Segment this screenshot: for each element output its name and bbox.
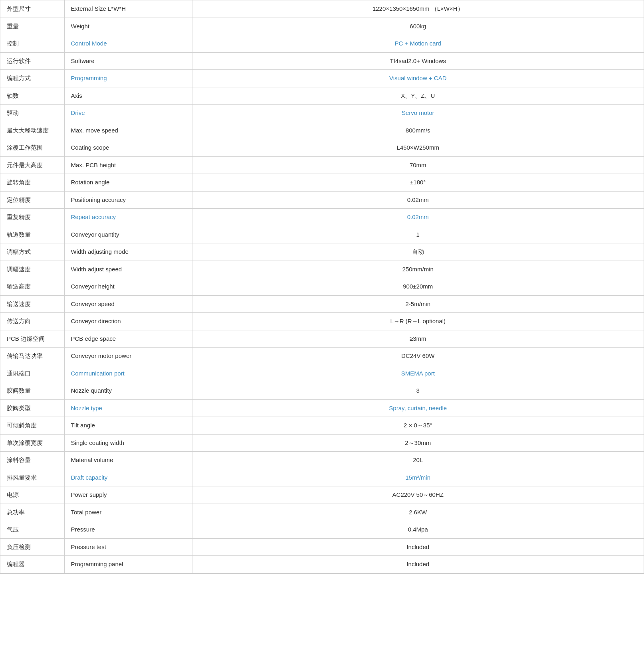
- cell-english: Axis: [64, 87, 192, 105]
- cell-english: Pressure test: [64, 538, 192, 556]
- cell-value: 2～30mm: [192, 434, 644, 452]
- cell-english: Width adjusting mode: [64, 243, 192, 261]
- table-row: 负压检测Pressure testIncluded: [0, 538, 644, 556]
- cell-value: L450×W250mm: [192, 139, 644, 157]
- table-row: 编程器Programming panelIncluded: [0, 556, 644, 573]
- table-row: 调幅速度Width adjust speed250mm/min: [0, 261, 644, 278]
- table-row: 重量Weight600kg: [0, 18, 644, 35]
- table-row: 电源Power supplyAC220V 50～60HZ: [0, 486, 644, 504]
- cell-english: Tilt angle: [64, 417, 192, 435]
- cell-english: Programming panel: [64, 556, 192, 573]
- table-row: 输送高度Conveyor height900±20mm: [0, 278, 644, 296]
- cell-value: 900±20mm: [192, 278, 644, 296]
- cell-value: 2 × 0～35°: [192, 417, 644, 435]
- cell-chinese: 最大大移动速度: [0, 122, 64, 139]
- cell-english: Power supply: [64, 486, 192, 504]
- table-row: 输送速度Conveyor speed2-5m/min: [0, 295, 644, 313]
- cell-chinese: 单次涂覆宽度: [0, 434, 64, 452]
- cell-chinese: 外型尺寸: [0, 0, 64, 18]
- cell-chinese: 定位精度: [0, 191, 64, 209]
- cell-value: 自动: [192, 243, 644, 261]
- cell-chinese: 编程器: [0, 556, 64, 573]
- cell-value: 0.02mm: [192, 209, 644, 226]
- table-row: 胶阀数量Nozzle quantity3: [0, 382, 644, 400]
- cell-chinese: 轴数: [0, 87, 64, 105]
- cell-value: 1220×1350×1650mm （L×W×H）: [192, 0, 644, 18]
- cell-value: 0.4Mpa: [192, 521, 644, 539]
- cell-chinese: 旋转角度: [0, 174, 64, 192]
- cell-chinese: 轨道数量: [0, 226, 64, 243]
- cell-value: ≥3mm: [192, 330, 644, 348]
- cell-english: Control Mode: [64, 35, 192, 53]
- table-row: 旋转角度Rotation angle±180°: [0, 174, 644, 192]
- cell-value: Visual window + CAD: [192, 70, 644, 87]
- cell-value: X、Y、Z、U: [192, 87, 644, 105]
- cell-english: Max. PCB height: [64, 156, 192, 174]
- table-row: 定位精度Positioning accuracy0.02mm: [0, 191, 644, 209]
- cell-value: DC24V 60W: [192, 348, 644, 365]
- table-row: 气压Pressure0.4Mpa: [0, 521, 644, 539]
- table-row: PCB 边缘空间PCB edge space≥3mm: [0, 330, 644, 348]
- cell-value: 70mm: [192, 156, 644, 174]
- cell-chinese: 通讯端口: [0, 365, 64, 382]
- cell-value: Servo motor: [192, 105, 644, 122]
- cell-chinese: 传输马达功率: [0, 348, 64, 365]
- cell-english: Max. move speed: [64, 122, 192, 139]
- cell-chinese: 排风量要求: [0, 469, 64, 486]
- cell-english: Pressure: [64, 521, 192, 539]
- cell-value: 15m³/min: [192, 469, 644, 486]
- cell-value: Spray, curtain, needle: [192, 399, 644, 417]
- cell-chinese: 气压: [0, 521, 64, 539]
- table-row: 通讯端口Communication portSMEMA port: [0, 365, 644, 382]
- cell-english: PCB edge space: [64, 330, 192, 348]
- cell-english: Conveyor direction: [64, 313, 192, 330]
- table-row: 总功率Total power2.6KW: [0, 504, 644, 521]
- cell-english: Material volume: [64, 452, 192, 469]
- table-row: 控制Control ModePC + Motion card: [0, 35, 644, 53]
- table-row: 外型尺寸External Size L*W*H1220×1350×1650mm …: [0, 0, 644, 18]
- cell-value: AC220V 50～60HZ: [192, 486, 644, 504]
- cell-english: Weight: [64, 18, 192, 35]
- cell-value: 2-5m/min: [192, 295, 644, 313]
- cell-chinese: 传送方向: [0, 313, 64, 330]
- cell-english: Conveyor quantity: [64, 226, 192, 243]
- cell-chinese: PCB 边缘空间: [0, 330, 64, 348]
- table-row: 传送方向Conveyor directionL→R (R→L optional): [0, 313, 644, 330]
- table-row: 运行软件SoftwareTf4sad2.0+ Windows: [0, 52, 644, 70]
- table-row: 轨道数量Conveyor quantity1: [0, 226, 644, 243]
- table-row: 涂料容量Material volume20L: [0, 452, 644, 469]
- specs-table: 外型尺寸External Size L*W*H1220×1350×1650mm …: [0, 0, 644, 573]
- specs-table-container: 外型尺寸External Size L*W*H1220×1350×1650mm …: [0, 0, 644, 574]
- table-row: 驱动DriveServo motor: [0, 105, 644, 122]
- cell-value: ±180°: [192, 174, 644, 192]
- cell-chinese: 调幅速度: [0, 261, 64, 278]
- cell-value: SMEMA port: [192, 365, 644, 382]
- cell-chinese: 可倾斜角度: [0, 417, 64, 435]
- table-row: 传输马达功率Conveyor motor powerDC24V 60W: [0, 348, 644, 365]
- cell-english: Nozzle quantity: [64, 382, 192, 400]
- table-row: 涂覆工作范围Coating scopeL450×W250mm: [0, 139, 644, 157]
- cell-english: Repeat accuracy: [64, 209, 192, 226]
- cell-value: Included: [192, 538, 644, 556]
- cell-chinese: 元件最大高度: [0, 156, 64, 174]
- cell-english: Conveyor motor power: [64, 348, 192, 365]
- cell-english: Width adjust speed: [64, 261, 192, 278]
- cell-english: Total power: [64, 504, 192, 521]
- cell-value: 0.02mm: [192, 191, 644, 209]
- cell-chinese: 胶阀类型: [0, 399, 64, 417]
- cell-english: Positioning accuracy: [64, 191, 192, 209]
- table-row: 轴数AxisX、Y、Z、U: [0, 87, 644, 105]
- cell-value: 2.6KW: [192, 504, 644, 521]
- cell-chinese: 电源: [0, 486, 64, 504]
- cell-chinese: 负压检测: [0, 538, 64, 556]
- cell-chinese: 编程方式: [0, 70, 64, 87]
- cell-english: Draft capacity: [64, 469, 192, 486]
- cell-chinese: 总功率: [0, 504, 64, 521]
- table-row: 重复精度Repeat accuracy0.02mm: [0, 209, 644, 226]
- cell-value: Tf4sad2.0+ Windows: [192, 52, 644, 70]
- cell-chinese: 输送速度: [0, 295, 64, 313]
- cell-value: 800mm/s: [192, 122, 644, 139]
- table-row: 胶阀类型Nozzle typeSpray, curtain, needle: [0, 399, 644, 417]
- cell-english: Communication port: [64, 365, 192, 382]
- cell-chinese: 重复精度: [0, 209, 64, 226]
